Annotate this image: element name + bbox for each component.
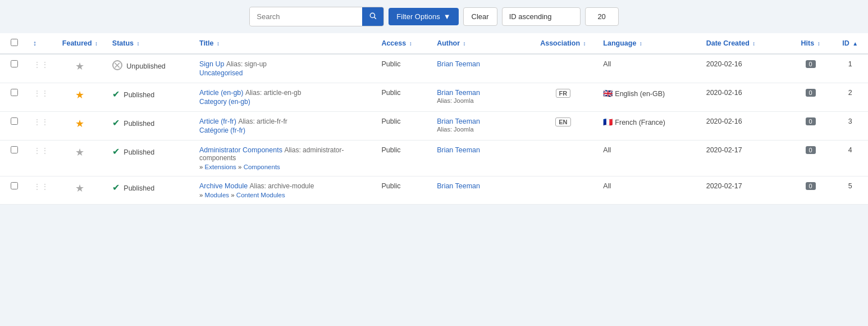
search-button[interactable] — [362, 7, 383, 26]
access-value: Public — [381, 146, 400, 154]
filter-options-button[interactable]: Filter Options ▼ — [389, 8, 458, 25]
col-header-access[interactable]: Access ↕ — [377, 33, 432, 54]
sort-order-icon: ↕ — [33, 39, 36, 47]
row-id: 4 — [848, 146, 852, 154]
article-title-link[interactable]: Article (fr-fr) — [199, 117, 236, 125]
sort-select[interactable]: ID ascending — [502, 7, 581, 26]
svg-point-0 — [371, 13, 375, 17]
author-sort-icon: ↕ — [463, 40, 466, 47]
unfeatured-star-icon[interactable]: ★ — [75, 147, 84, 158]
status-published-icon[interactable]: ✔ — [112, 147, 120, 156]
filter-options-label: Filter Options — [396, 12, 440, 21]
date-created-value: 2020-02-16 — [706, 89, 742, 97]
language-value: French (France) — [615, 119, 665, 126]
drag-handle[interactable]: ⋮⋮ — [33, 146, 49, 155]
status-unpublished-icon[interactable]: ✕ — [112, 60, 122, 70]
breadcrumb-link[interactable]: Modules — [205, 192, 229, 198]
hits-badge: 0 — [806, 146, 816, 154]
access-value: Public — [381, 60, 400, 68]
col-header-drag: ↕ — [29, 33, 52, 54]
unfeatured-star-icon[interactable]: ★ — [75, 61, 84, 72]
col-header-hits[interactable]: Hits ↕ — [789, 33, 833, 54]
col-header-featured[interactable]: Featured ↕ — [52, 33, 108, 54]
count-input[interactable] — [585, 7, 619, 26]
hits-sort-icon: ↕ — [817, 40, 820, 47]
clear-button[interactable]: Clear — [463, 7, 497, 26]
row-id: 2 — [848, 89, 852, 97]
article-title-link[interactable]: Administrator Components — [199, 146, 282, 154]
drag-handle[interactable]: ⋮⋮ — [33, 60, 49, 69]
chevron-down-icon: ▼ — [444, 12, 451, 21]
col-header-date-created[interactable]: Date Created ↕ — [702, 33, 789, 54]
author-link[interactable]: Brian Teeman — [437, 60, 480, 68]
table-body: ⋮⋮★✕ UnpublishedSign Up Alias: sign-upUn… — [0, 54, 868, 205]
date-created-value: 2020-02-17 — [706, 146, 742, 154]
breadcrumb-link[interactable]: Extensions — [205, 164, 236, 170]
row-checkbox[interactable] — [11, 89, 18, 96]
col-header-author[interactable]: Author ↕ — [432, 33, 527, 54]
status-label: Published — [124, 120, 154, 128]
title-sort-icon: ↕ — [217, 40, 220, 47]
row-checkbox[interactable] — [11, 117, 18, 125]
status-label: Published — [124, 91, 154, 99]
drag-handle[interactable]: ⋮⋮ — [33, 89, 49, 98]
article-title-link[interactable]: Sign Up — [199, 60, 224, 68]
status-published-icon[interactable]: ✔ — [112, 89, 120, 99]
category-link[interactable]: Uncategorised — [199, 69, 372, 77]
article-alias: Alias: article-en-gb — [245, 89, 301, 97]
row-id: 1 — [848, 60, 852, 68]
search-icon — [369, 12, 377, 20]
col-header-id[interactable]: ID ▲ — [832, 33, 868, 54]
search-wrapper — [249, 7, 384, 26]
category-link[interactable]: Catégorie (fr-fr) — [199, 126, 372, 134]
flag-icon: 🇬🇧 — [603, 89, 613, 98]
author-link[interactable]: Brian Teeman — [437, 117, 480, 125]
unfeatured-star-icon[interactable]: ★ — [75, 183, 84, 194]
article-alias: Alias: sign-up — [226, 60, 267, 68]
language-value: All — [603, 146, 611, 154]
status-label: Published — [124, 148, 154, 156]
search-input[interactable] — [250, 8, 362, 25]
status-sort-icon: ↕ — [137, 40, 140, 47]
breadcrumb-link[interactable]: Content Modules — [236, 192, 285, 198]
col-header-association[interactable]: Association ↕ — [527, 33, 599, 54]
drag-handle[interactable]: ⋮⋮ — [33, 117, 49, 126]
select-all-checkbox[interactable] — [11, 39, 18, 46]
status-published-icon[interactable]: ✔ — [112, 183, 120, 192]
breadcrumb-link[interactable]: Components — [244, 164, 280, 170]
author-link[interactable]: Brian Teeman — [437, 146, 480, 154]
featured-star-icon[interactable]: ★ — [75, 118, 84, 129]
drag-handle[interactable]: ⋮⋮ — [33, 182, 49, 191]
row-id: 3 — [848, 117, 852, 125]
row-id: 5 — [848, 182, 852, 190]
table-row: ⋮⋮★✔ PublishedArticle (en-gb) Alias: art… — [0, 83, 868, 112]
featured-sort-icon: ↕ — [95, 40, 98, 47]
language-value: English (en-GB) — [615, 90, 665, 98]
access-sort-icon: ↕ — [409, 40, 412, 47]
status-published-icon[interactable]: ✔ — [112, 118, 120, 128]
author-link[interactable]: Brian Teeman — [437, 89, 480, 97]
article-alias: Alias: article-fr-fr — [238, 117, 287, 125]
association-badge[interactable]: EN — [555, 117, 570, 126]
row-checkbox[interactable] — [11, 182, 18, 189]
article-title-link[interactable]: Archive Module — [199, 182, 248, 190]
date-sort-icon: ↕ — [752, 40, 755, 47]
featured-star-icon[interactable]: ★ — [75, 89, 84, 101]
category-link[interactable]: Category (en-gb) — [199, 98, 372, 106]
col-header-title[interactable]: Title ↕ — [195, 33, 377, 54]
breadcrumb: » Extensions » Components — [199, 164, 372, 170]
row-checkbox[interactable] — [11, 60, 18, 67]
association-badge[interactable]: FR — [556, 89, 571, 98]
col-header-language[interactable]: Language ↕ — [599, 33, 701, 54]
article-alias: Alias: archive-module — [250, 182, 314, 190]
author-alias: Alias: Joomla — [437, 97, 473, 104]
article-title-link[interactable]: Article (en-gb) — [199, 89, 244, 97]
status-label: Unpublished — [126, 62, 166, 70]
col-header-status[interactable]: Status ↕ — [108, 33, 195, 54]
table-row: ⋮⋮★✔ PublishedAdministrator Components A… — [0, 141, 868, 176]
row-checkbox[interactable] — [11, 146, 18, 153]
author-alias: Alias: Joomla — [437, 126, 473, 133]
language-value: All — [603, 60, 611, 68]
hits-badge: 0 — [806, 117, 816, 125]
author-link[interactable]: Brian Teeman — [437, 182, 480, 190]
